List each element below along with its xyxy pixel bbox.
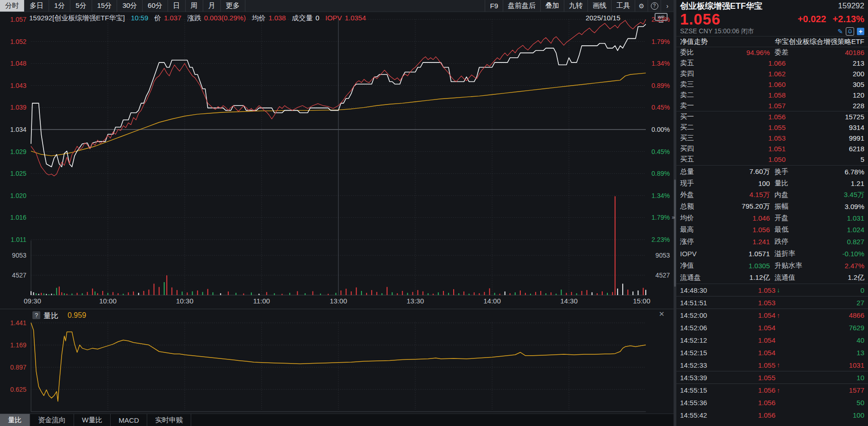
ask-row[interactable]: 卖一1.057228	[676, 100, 868, 111]
panel-divider[interactable]: »	[674, 0, 676, 426]
bid-book: 买一1.05615725买二1.0559314买三1.0539991买四1.05…	[676, 111, 868, 165]
indicator-tab-1[interactable]: 资金流向	[30, 414, 74, 426]
down-arrow-icon: ↓	[775, 286, 786, 294]
y-axis-label: 4527	[648, 272, 670, 278]
change-value: 0.003(0.29%)	[204, 14, 246, 23]
indicator-tab-0[interactable]: 量比	[0, 414, 30, 426]
timeframe-tab-5[interactable]: 30分	[117, 0, 143, 12]
toolbar-buttons: F9盘前盘后叠加九转画线工具	[485, 0, 635, 12]
indicator-tab-3[interactable]: MACD	[111, 414, 147, 426]
indicator-tab-4[interactable]: 实时申赎	[147, 414, 191, 426]
y-axis-label: 1.034	[0, 126, 26, 133]
y-axis-label: 1.025	[0, 170, 26, 177]
intraday-chart-pane: 1.0572.23%1.0521.79%1.0481.34%1.0430.89%…	[0, 0, 674, 426]
y-axis-label: 1.052	[0, 38, 26, 45]
indicator-help-icon[interactable]: ?	[32, 311, 40, 319]
timeframe-tab-0[interactable]: 分时	[0, 0, 25, 12]
timeframe-tab-7[interactable]: 日	[168, 0, 186, 12]
x-axis-label: 14:30	[560, 298, 578, 304]
indicator-name[interactable]: 量比	[44, 311, 58, 321]
chevron-right-icon[interactable]: ›	[661, 0, 674, 12]
x-axis-label: 14:00	[483, 298, 501, 304]
nine-turn-button[interactable]: 九转	[564, 0, 587, 12]
bid-row[interactable]: 买一1.05615725	[676, 111, 868, 122]
volume-value: 0	[315, 14, 319, 23]
bid-row[interactable]: 买四1.0516218	[676, 143, 868, 154]
help-icon[interactable]: ?	[648, 0, 661, 12]
wp-monitor-icon[interactable]: WP	[655, 13, 668, 23]
timeframe-tab-6[interactable]: 60分	[143, 0, 168, 12]
y-axis-label: 1.048	[0, 60, 26, 67]
bid-row[interactable]: 买二1.0559314	[676, 122, 868, 133]
tick-row[interactable]: 14:52:331.055↑1031	[676, 359, 868, 371]
y-axis-label: 1.169	[0, 342, 26, 348]
crosshair-time: 10:59	[131, 14, 149, 23]
ask-row[interactable]: 卖三1.060305	[676, 79, 868, 90]
toolbar-right-group: F9盘前盘后叠加九转画线工具 ⚙ ? ›	[485, 0, 674, 12]
add-to-watchlist-icon[interactable]: +	[857, 28, 864, 35]
alert-bell-icon[interactable]	[846, 27, 854, 36]
timeframe-tab-8[interactable]: 周	[186, 0, 203, 12]
bid-row[interactable]: 买三1.0539991	[676, 133, 868, 143]
y-axis-label: 1.79%	[648, 38, 670, 45]
tick-row[interactable]: 14:55:421.056100	[676, 409, 868, 421]
weibi-row: 委比 94.96% 委差 40186	[676, 47, 868, 58]
edit-pencil-icon[interactable]: ✎	[837, 28, 843, 35]
timeframe-tabs: 分时多日1分5分15分30分60分日周月更多	[0, 0, 245, 12]
intraday-chart-canvas[interactable]	[0, 0, 674, 426]
price-change: +0.022	[798, 14, 826, 25]
stat-row: 净值1.0305升贴水率2.47%	[676, 259, 868, 272]
overlay-button[interactable]: 叠加	[540, 0, 564, 12]
tick-row[interactable]: 14:52:151.05413	[676, 346, 868, 359]
ask-row[interactable]: 卖五1.066213	[676, 58, 868, 68]
chart-date: 2025/10/15	[586, 14, 620, 22]
x-axis-label: 09:30	[24, 298, 41, 304]
timeframe-tab-3[interactable]: 5分	[70, 0, 92, 12]
settings-gear-icon[interactable]: ⚙	[635, 0, 648, 12]
divider-scroll-thumb[interactable]	[674, 179, 676, 287]
ask-row[interactable]: 卖二1.058120	[676, 90, 868, 100]
exchange-status: SZSE CNY 15:00:06 闭市	[680, 27, 754, 36]
bid-row[interactable]: 买五1.0505	[676, 154, 868, 165]
stats-block: 总量7.60万换手6.78%现手100量比1.21外盘4.15万内盘3.45万总…	[676, 166, 868, 235]
tick-row[interactable]: 14:52:061.0547629	[676, 321, 868, 334]
indicator-tabs: 量比资金流向W量比MACD实时申赎	[0, 414, 674, 426]
tick-row[interactable]: 14:55:361.05650	[676, 396, 868, 409]
y-axis-label: 1.441	[0, 320, 26, 326]
tick-row[interactable]: 14:52:121.05440	[676, 334, 868, 346]
volume-label: 成交量	[292, 14, 312, 23]
tick-row[interactable]: 14:55:151.056↑1577	[676, 384, 868, 396]
collapse-panel-icon[interactable]: »	[672, 214, 675, 221]
stat-row: 外盘4.15万内盘3.45万	[676, 189, 868, 201]
y-axis-label: 1.057	[0, 16, 26, 23]
timeframe-tab-9[interactable]: 月	[203, 0, 221, 12]
price-value: 1.037	[164, 14, 181, 23]
tick-row[interactable]: 14:51:511.05327	[676, 296, 868, 309]
price-label: 价	[154, 14, 161, 23]
draw-line-button[interactable]: 画线	[587, 0, 611, 12]
pre-post-market-button[interactable]: 盘前盘后	[503, 0, 540, 12]
x-axis-label: 15:00	[633, 298, 650, 304]
tick-row[interactable]: 14:48:301.053↓0	[676, 284, 868, 296]
nav-trend-link[interactable]: 净值走势	[680, 37, 708, 46]
timeframe-tab-1[interactable]: 多日	[25, 0, 49, 12]
up-arrow-icon: ↑	[775, 387, 786, 394]
stat-row: IOPV1.0571溢折率-0.10%	[676, 247, 868, 259]
y-axis-label: 1.34%	[648, 60, 670, 67]
ask-row[interactable]: 卖四1.062200	[676, 68, 868, 79]
f9-button[interactable]: F9	[485, 0, 503, 12]
avg-label: 均价	[252, 14, 266, 23]
tools-button[interactable]: 工具	[611, 0, 635, 12]
timeframe-tab-2[interactable]: 1分	[49, 0, 70, 12]
y-axis-label: 0.00%	[648, 126, 670, 133]
tick-row[interactable]: 14:53:391.05510	[676, 371, 868, 384]
time-and-sales[interactable]: 14:48:301.053↓014:51:511.0532714:52:001.…	[676, 284, 868, 421]
fund-full-name: 华宝创业板综合增强策略ETF	[775, 37, 864, 46]
y-axis-label: 2.23%	[648, 236, 670, 243]
timeframe-tab-10[interactable]: 更多	[221, 0, 245, 12]
tick-row[interactable]: 14:52:001.054↑4866	[676, 309, 868, 321]
indicator-tab-2[interactable]: W量比	[74, 414, 111, 426]
indicator-close-icon[interactable]: ✕	[659, 310, 665, 318]
timeframe-tab-4[interactable]: 15分	[92, 0, 118, 12]
stat-row: 最高1.056最低1.024	[676, 224, 868, 235]
